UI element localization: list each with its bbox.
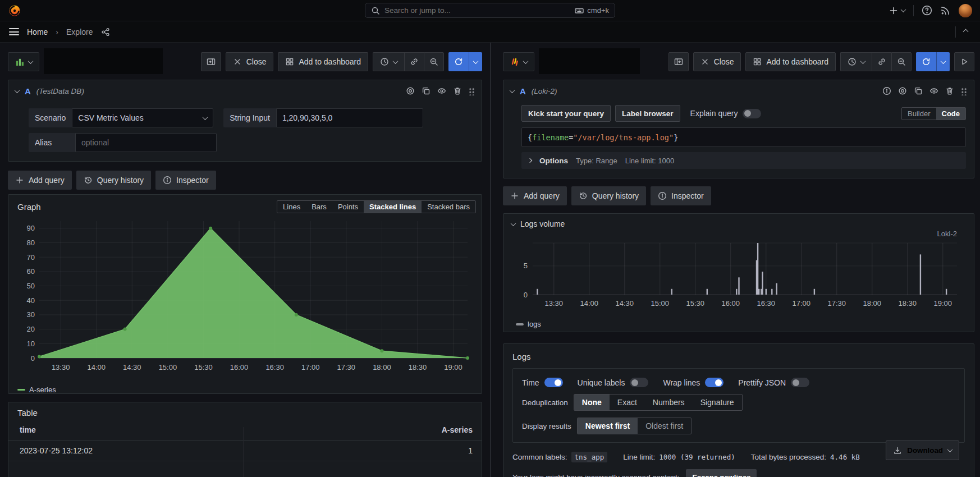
wrap-lines-toggle[interactable] [705,378,723,387]
add-query-button[interactable]: Add query [8,171,72,190]
collapse-query-icon[interactable] [15,88,20,93]
delete-query-icon[interactable] [945,86,954,95]
user-avatar[interactable] [959,4,972,17]
left-datasource-picker[interactable] [8,52,39,71]
chevron-down-icon [28,58,33,64]
download-button[interactable]: Download [886,441,959,460]
dedup-signature[interactable]: Signature [693,395,742,410]
kick-start-query-button[interactable]: Kick start your query [521,105,611,122]
newest-first[interactable]: Newest first [578,418,638,434]
loki-datasource-icon [510,57,520,67]
mode-stacked-bars[interactable]: Stacked bars [422,201,475,213]
help-icon[interactable] [922,5,932,16]
column-time[interactable]: time [20,425,36,434]
builder-mode[interactable]: Builder [902,108,936,120]
svg-text:40: 40 [27,296,35,305]
drag-handle-icon[interactable] [961,87,967,95]
graph-legend[interactable]: A-series [8,386,482,398]
dedup-exact[interactable]: Exact [610,395,645,410]
add-menu-button[interactable] [889,6,905,15]
explain-query-toggle[interactable] [743,109,761,118]
scenario-select[interactable]: CSV Metric Values [72,108,213,127]
table-header-row: time A-series [8,418,482,441]
logs-volume-header[interactable]: Logs volume [503,214,974,228]
string-input-field[interactable] [276,108,423,127]
inspector-button[interactable]: Inspector [155,171,216,190]
menu-toggle-icon[interactable] [9,28,19,35]
unique-labels-toggle[interactable] [630,378,648,387]
mode-points[interactable]: Points [332,201,364,213]
zoom-out-time-button[interactable] [424,52,444,71]
mode-stacked-lines[interactable]: Stacked lines [364,201,422,213]
query-history-button[interactable]: Query history [571,186,646,205]
duplicate-query-icon[interactable] [914,86,923,95]
search-input[interactable] [384,6,570,15]
prettify-json-toggle[interactable] [791,378,809,387]
split-pane-button[interactable] [201,52,221,71]
time-toggle-group: Time [522,378,563,387]
add-query-button[interactable]: Add query [503,186,567,205]
breadcrumb-home[interactable]: Home [27,27,48,36]
time-picker-button[interactable] [373,52,404,71]
disable-query-icon[interactable] [929,86,938,95]
dedup-none[interactable]: None [574,395,610,410]
copy-time-link-button[interactable] [404,52,424,71]
drag-handle-icon[interactable] [469,87,475,95]
escape-newlines-button[interactable]: Escape newlines [686,469,757,477]
query-datasource-label: (Loki-2) [532,87,557,95]
mode-lines[interactable]: Lines [277,201,306,213]
zoom-out-time-button[interactable] [891,52,912,71]
run-button[interactable] [954,52,974,71]
column-a-series[interactable]: A-series [442,425,473,434]
query-ref[interactable]: A [25,86,31,96]
logs-panel: Logs Time Unique labels Wrap lines [503,343,974,477]
inspector-button[interactable]: Inspector [651,186,711,205]
split-pane-button[interactable] [668,52,689,71]
graph-panel: Graph Lines Bars Points Stacked lines St… [8,194,482,394]
delete-query-icon[interactable] [453,86,462,95]
graph-chart[interactable]: 13:3014:0014:3015:0015:3016:0016:3017:00… [8,214,482,386]
disable-query-icon[interactable] [437,86,446,95]
copy-time-link-button[interactable] [872,52,891,71]
collapse-query-icon[interactable] [510,88,515,93]
svg-text:16:30: 16:30 [265,363,284,371]
grafana-logo[interactable] [8,4,21,17]
wrap-lines-toggle-group: Wrap lines [663,378,723,387]
oldest-first[interactable]: Oldest first [638,418,691,434]
run-query-refresh-button[interactable] [448,52,482,71]
close-split-button[interactable]: Close [693,52,741,71]
logs-volume-legend[interactable]: logs [503,320,974,333]
plus-icon [889,6,898,15]
chevron-down-icon [860,58,866,64]
duplicate-query-icon[interactable] [422,86,431,95]
alias-field[interactable] [75,133,217,152]
dedup-numbers[interactable]: Numbers [645,395,693,410]
record-query-icon[interactable] [898,86,907,95]
time-picker-button[interactable] [840,52,872,71]
right-datasource-picker[interactable] [503,52,534,71]
add-to-dashboard-button[interactable]: Add to dashboard [278,52,368,71]
share-icon[interactable] [101,27,110,36]
time-toggle[interactable] [544,378,563,387]
search-box[interactable]: cmd+k [365,3,615,18]
logql-query-input[interactable]: {filename="/var/log/tns-app.log"} [521,127,966,147]
label-browser-button[interactable]: Label browser [615,105,680,122]
mode-bars[interactable]: Bars [306,201,332,213]
svg-text:15:00: 15:00 [159,363,177,371]
code-mode[interactable]: Code [936,108,966,120]
breadcrumb-separator: › [56,27,58,36]
add-to-dashboard-button[interactable]: Add to dashboard [745,52,836,71]
query-ref[interactable]: A [520,86,526,96]
legend-swatch [516,323,524,325]
news-icon[interactable] [940,5,951,16]
table-row[interactable]: 2023-07-25 13:12:02 1 [8,441,482,461]
string-input-label: String Input [223,108,276,127]
record-query-icon[interactable] [406,86,415,95]
datasource-help-icon[interactable] [882,86,891,95]
query-history-button[interactable]: Query history [76,171,151,190]
run-query-refresh-button[interactable] [916,52,950,71]
close-split-button[interactable]: Close [226,52,274,71]
logs-volume-chart[interactable]: Loki-213:3014:0014:3015:0015:3016:0016:3… [503,228,974,320]
collapse-panel-icon[interactable] [963,29,969,35]
query-options-row[interactable]: Options Type: Range Line limit: 1000 [521,152,966,169]
